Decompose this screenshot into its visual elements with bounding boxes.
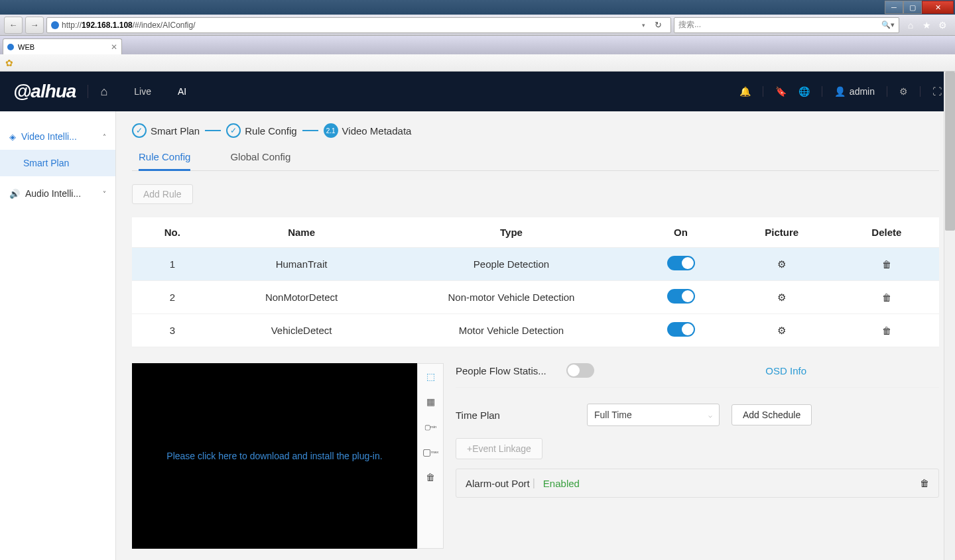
col-picture: Picture <box>730 217 834 248</box>
event-linkage-button[interactable]: +Event Linkage <box>456 438 542 459</box>
back-button[interactable]: ← <box>4 17 23 34</box>
forward-button[interactable]: → <box>25 17 44 34</box>
sidebar-item-smart-plan[interactable]: Smart Plan <box>0 150 115 176</box>
main-content: ✓ Smart Plan ✓ Rule Config 2.1 Video Met… <box>116 111 955 560</box>
user-menu[interactable]: 👤 admin <box>834 86 875 97</box>
video-preview: Please click here to download and instal… <box>132 363 417 549</box>
row-picture-gear-icon[interactable]: ⚙ <box>777 325 786 336</box>
app-header: @alhua ⌂ Live AI 🔔 🔖 🌐 👤 admin ⚙ ⛶ <box>0 72 955 111</box>
alarm-out-status: Enabled <box>543 478 580 489</box>
sidebar-group-video[interactable]: ◈ Video Intelli... ˄ <box>0 123 115 150</box>
add-rule-button[interactable]: Add Rule <box>132 184 193 204</box>
osd-info-link[interactable]: OSD Info <box>765 365 806 376</box>
people-flow-toggle[interactable] <box>566 363 594 378</box>
site-icon <box>51 21 59 29</box>
row-delete-icon[interactable]: 🗑 <box>882 292 891 303</box>
bookmark-icon[interactable]: 🔖 <box>775 86 787 97</box>
sidebar-group-audio[interactable]: 🔊 Audio Intelli... ˅ <box>0 180 115 207</box>
add-schedule-button[interactable]: Add Schedule <box>732 404 812 425</box>
time-plan-value: Full Time <box>594 410 632 420</box>
draw-max-icon[interactable]: ▢max <box>423 445 438 459</box>
cell-name: NonMotorDetect <box>213 281 391 314</box>
breadcrumb-step-1[interactable]: ✓ Smart Plan <box>132 123 200 138</box>
draw-toolbar: ⬚ ▦ ▢min ▢max 🗑 <box>417 363 444 549</box>
search-placeholder: 搜索... <box>678 19 701 30</box>
tab-close-button[interactable]: ✕ <box>111 42 117 52</box>
tab-global-config[interactable]: Global Config <box>230 144 290 170</box>
step-number-badge: 2.1 <box>324 123 338 138</box>
row-picture-gear-icon[interactable]: ⚙ <box>777 258 786 270</box>
col-on: On <box>633 217 730 248</box>
time-plan-select[interactable]: Full Time ⌵ <box>587 404 720 426</box>
url-dropdown-icon[interactable]: ▾ <box>637 22 649 28</box>
cell-type: People Detection <box>390 248 632 281</box>
tab-rule-config[interactable]: Rule Config <box>139 144 190 171</box>
nav-home-icon[interactable]: ⌂ <box>100 85 107 99</box>
row-on-toggle[interactable] <box>667 289 695 304</box>
nav-live[interactable]: Live <box>134 86 151 97</box>
bell-icon[interactable]: 🔔 <box>739 86 751 97</box>
window-maximize-button[interactable]: ▢ <box>903 1 922 14</box>
fullscreen-icon[interactable]: ⛶ <box>932 86 942 97</box>
globe-icon[interactable]: 🌐 <box>798 86 810 97</box>
cell-no: 2 <box>132 281 213 314</box>
people-flow-label: People Flow Statis... <box>456 365 546 376</box>
col-no: No. <box>132 217 213 248</box>
cell-type: Non-motor Vehicle Detection <box>390 281 632 314</box>
row-picture-gear-icon[interactable]: ⚙ <box>777 292 786 303</box>
search-bar[interactable]: 搜索... 🔍▾ <box>674 17 899 33</box>
window-close-button[interactable]: ✕ <box>922 1 954 14</box>
bookmarks-bar: ✿ <box>0 54 955 72</box>
browser-navbar: ← → http://192.168.1.108/#/index/AIConfi… <box>0 15 955 36</box>
video-intelli-icon: ◈ <box>9 132 16 142</box>
address-bar[interactable]: http://192.168.1.108/#/index/AIConfig/ ▾… <box>46 17 671 33</box>
breadcrumb: ✓ Smart Plan ✓ Rule Config 2.1 Video Met… <box>132 123 939 138</box>
window-minimize-button[interactable]: ─ <box>885 1 903 14</box>
brand-logo: @alhua <box>13 81 76 102</box>
window-titlebar: ─ ▢ ✕ <box>0 0 955 15</box>
reload-button[interactable]: ↻ <box>649 20 667 30</box>
tab-title: WEB <box>18 43 34 51</box>
cell-name: VehicleDetect <box>213 314 391 347</box>
row-delete-icon[interactable]: 🗑 <box>882 259 891 270</box>
sidebar: ◈ Video Intelli... ˄ Smart Plan 🔊 Audio … <box>0 111 116 560</box>
chevron-down-icon: ˅ <box>103 190 106 197</box>
row-delete-icon[interactable]: 🗑 <box>882 325 891 336</box>
bookmark-star-icon[interactable]: ✿ <box>5 58 13 68</box>
col-delete: Delete <box>834 217 939 248</box>
alarm-out-box: Alarm-out Port | Enabled 🗑 <box>456 469 939 498</box>
alarm-out-delete-icon[interactable]: 🗑 <box>920 478 929 488</box>
col-name: Name <box>213 217 391 248</box>
settings-gear-icon[interactable]: ⚙ <box>936 19 948 31</box>
breadcrumb-step-2[interactable]: ✓ Rule Config <box>226 123 296 138</box>
browser-tab[interactable]: WEB ✕ <box>3 38 122 54</box>
app-viewport: @alhua ⌂ Live AI 🔔 🔖 🌐 👤 admin ⚙ ⛶ ◈ <box>0 72 955 560</box>
time-plan-label: Time Plan <box>456 410 575 421</box>
breadcrumb-step-3[interactable]: 2.1 Video Metadata <box>324 123 412 138</box>
row-on-toggle[interactable] <box>667 256 695 270</box>
nav-ai[interactable]: AI <box>178 86 186 97</box>
audio-intelli-icon: 🔊 <box>9 189 20 199</box>
browser-tabs: WEB ✕ <box>0 36 955 54</box>
settings-panel: People Flow Statis... OSD Info Time Plan… <box>444 363 939 549</box>
rule-table: No. Name Type On Picture Delete 1HumanTr… <box>132 217 939 347</box>
draw-delete-icon[interactable]: 🗑 <box>423 470 438 484</box>
favorite-icon[interactable]: ★ <box>921 19 932 31</box>
sidebar-label: Video Intelli... <box>21 131 77 142</box>
home-icon[interactable]: ⌂ <box>905 19 917 31</box>
draw-min-icon[interactable]: ▢min <box>423 420 438 434</box>
table-row[interactable]: 2NonMotorDetectNon-motor Vehicle Detecti… <box>132 281 939 314</box>
gear-icon[interactable]: ⚙ <box>899 86 908 97</box>
plugin-download-link[interactable]: Please click here to download and instal… <box>166 451 382 461</box>
search-icon[interactable]: 🔍▾ <box>881 21 895 29</box>
page-scrollbar[interactable] <box>944 72 955 560</box>
url-protocol: http:// <box>62 21 82 30</box>
subtabs: Rule Config Global Config <box>132 144 939 171</box>
alarm-out-label: Alarm-out Port <box>466 478 530 489</box>
table-row[interactable]: 3VehicleDetectMotor Vehicle Detection⚙🗑 <box>132 314 939 347</box>
draw-region-icon[interactable]: ▦ <box>423 394 438 409</box>
cell-no: 1 <box>132 248 213 281</box>
row-on-toggle[interactable] <box>667 322 695 337</box>
table-row[interactable]: 1HumanTraitPeople Detection⚙🗑 <box>132 248 939 281</box>
draw-rect-icon[interactable]: ⬚ <box>423 369 438 384</box>
